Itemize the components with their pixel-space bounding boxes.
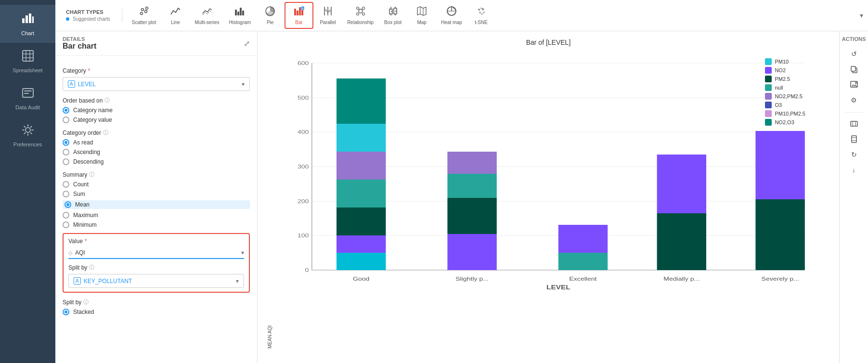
legend-item-no2pm25: NO2,PM2.5 xyxy=(765,93,805,100)
svg-point-50 xyxy=(478,9,480,11)
chart-container: MEAN AQI xyxy=(258,53,839,363)
category-order-label: Category order ⓘ xyxy=(63,129,250,136)
chart-type-multi-series[interactable]: Multi-series xyxy=(190,3,224,28)
chart-type-t-sne[interactable]: t-SNE xyxy=(467,3,496,28)
chart-type-parallel[interactable]: Parallel xyxy=(313,3,342,28)
summary-maximum-radio[interactable] xyxy=(63,212,69,219)
svg-rect-24 xyxy=(299,7,301,15)
chart-type-map-label: Map xyxy=(417,20,426,25)
summary-sum-radio[interactable] xyxy=(63,191,69,197)
chart-type-box-plot[interactable]: Box plot xyxy=(378,3,407,28)
summary-minimum-radio[interactable] xyxy=(63,221,69,228)
legend-item-pm10pm25: PM10,PM2.5 xyxy=(765,110,805,117)
chart-type-histogram-label: Histogram xyxy=(229,20,251,25)
resize-v-button[interactable] xyxy=(847,132,861,146)
summary-maximum-option[interactable]: Maximum xyxy=(63,212,250,219)
order-category-value-option[interactable]: Category value xyxy=(63,117,250,123)
bar-good-pm25 xyxy=(337,207,386,235)
sidebar-item-chart-label: Chart xyxy=(21,30,34,36)
download-button[interactable]: ↓ xyxy=(847,163,861,177)
order-category-value-radio[interactable] xyxy=(63,117,69,123)
svg-point-14 xyxy=(142,9,144,11)
split-by-field-label: Split by ⓘ xyxy=(68,264,244,271)
chart-type-bar[interactable]: + Bar xyxy=(285,2,313,29)
svg-point-35 xyxy=(362,13,364,15)
svg-text:Excellent: Excellent xyxy=(569,276,597,282)
order-category-name-radio[interactable] xyxy=(63,107,69,114)
summary-mean-label: Mean xyxy=(75,201,90,208)
histogram-icon xyxy=(234,6,245,19)
summary-sum-option[interactable]: Sum xyxy=(63,191,250,197)
order-ascending-radio[interactable] xyxy=(63,149,69,156)
rotate-button[interactable]: ↻ xyxy=(847,147,861,162)
chart-type-line[interactable]: Line xyxy=(161,3,190,28)
export-image-button[interactable] xyxy=(847,78,861,92)
chart-types-expand[interactable]: ▾ xyxy=(860,12,863,19)
summary-field-label: Summary ⓘ xyxy=(63,171,250,178)
svg-rect-17 xyxy=(235,10,237,15)
settings-button[interactable]: ⚙ xyxy=(847,93,861,107)
order-category-name-option[interactable]: Category name xyxy=(63,107,250,114)
refresh-button[interactable]: ↺ xyxy=(847,47,861,61)
chart-type-relationship[interactable]: Relationship xyxy=(342,3,378,28)
svg-text:0: 0 xyxy=(305,267,309,273)
order-as-read-label: As read xyxy=(73,139,93,146)
parallel-icon xyxy=(323,6,333,19)
bar-medially-no2 xyxy=(657,155,706,213)
chart-type-scatter[interactable]: Scatter plot xyxy=(127,3,161,28)
svg-rect-2 xyxy=(29,13,31,23)
order-descending-radio[interactable] xyxy=(63,158,69,165)
order-based-on-group: Category name Category value xyxy=(63,107,250,123)
split-by-dropdown-arrow: ▾ xyxy=(236,278,239,285)
legend-item-no2: NO2 xyxy=(765,67,805,74)
y-axis-label: MEAN AQI xyxy=(267,53,272,349)
legend-color-pm25 xyxy=(765,76,772,82)
order-ascending-option[interactable]: Ascending xyxy=(63,149,250,156)
sidebar-item-chart[interactable]: Chart xyxy=(0,5,55,43)
order-descending-option[interactable]: Descending xyxy=(63,158,250,165)
summary-mean-option[interactable]: Mean xyxy=(63,200,250,209)
chart-type-heat-map[interactable]: Heat map xyxy=(436,3,466,28)
sidebar-item-spreadsheet[interactable]: Spreadsheet xyxy=(0,43,55,80)
legend-label-pm10pm25: PM10,PM2.5 xyxy=(775,111,805,117)
svg-point-51 xyxy=(480,8,481,9)
svg-point-52 xyxy=(481,8,484,11)
scatter-icon xyxy=(139,6,149,19)
svg-point-54 xyxy=(483,12,484,13)
summary-count-radio[interactable] xyxy=(63,181,69,188)
resize-h-button[interactable] xyxy=(847,117,861,131)
summary-mean-radio[interactable] xyxy=(65,201,71,208)
summary-minimum-option[interactable]: Minimum xyxy=(63,221,250,228)
legend-item-null: null xyxy=(765,84,805,91)
chart-type-line-label: Line xyxy=(171,20,180,25)
order-as-read-radio[interactable] xyxy=(63,139,69,146)
sidebar-item-preferences[interactable]: Preferences xyxy=(0,117,55,154)
sidebar-item-data-audit[interactable]: Data Audit xyxy=(0,80,55,117)
svg-rect-10 xyxy=(24,91,32,91)
split-by-dropdown[interactable]: A KEY_POLLUTANT ▾ xyxy=(68,274,244,288)
sidebar-item-data-audit-label: Data Audit xyxy=(15,104,40,110)
chart-type-histogram[interactable]: Histogram xyxy=(224,3,256,28)
legend-label-pm25: PM2.5 xyxy=(775,76,790,82)
chart-types-bar: CHART TYPES Suggested charts Scatter plo… xyxy=(55,0,868,31)
bar-good-null xyxy=(337,180,386,207)
svg-rect-23 xyxy=(297,11,298,15)
category-dropdown[interactable]: A LEVEL ▾ xyxy=(63,77,250,91)
copy-button[interactable] xyxy=(847,62,861,77)
details-expand-btn[interactable]: ⤢ xyxy=(244,39,250,48)
value-dropdown[interactable]: ◇ AQI ▾ xyxy=(68,247,244,259)
order-as-read-option[interactable]: As read xyxy=(63,139,250,146)
split-stacked-option[interactable]: Stacked xyxy=(63,309,250,315)
svg-rect-81 xyxy=(851,121,857,126)
chart-svg: 600 500 400 300 200 100 0 xyxy=(275,53,829,289)
chart-type-map[interactable]: Map xyxy=(407,3,436,28)
summary-count-option[interactable]: Count xyxy=(63,181,250,188)
details-body: Category * A LEVEL ▾ Order based on ⓘ xyxy=(55,56,257,363)
chart-type-pie[interactable]: Pie xyxy=(256,3,285,28)
split-stacked-radio[interactable] xyxy=(63,309,69,315)
value-field-label: Value * xyxy=(68,238,244,245)
svg-text:100: 100 xyxy=(298,233,309,238)
svg-text:Good: Good xyxy=(353,276,369,282)
pie-icon xyxy=(265,6,275,19)
chart-type-t-sne-label: t-SNE xyxy=(475,20,488,25)
